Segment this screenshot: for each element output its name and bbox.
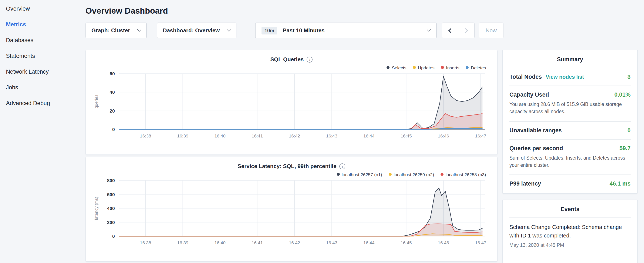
summary-row-label: Queries per second [510, 145, 563, 151]
svg-text:40: 40 [110, 90, 115, 95]
legend-dot-icon [440, 173, 444, 176]
legend-dot-icon [466, 66, 469, 69]
svg-text:16:39: 16:39 [177, 133, 188, 138]
legend-dot-icon [441, 66, 444, 69]
chevron-down-icon [427, 28, 431, 32]
view-nodes-link[interactable]: View nodes list [546, 74, 584, 80]
legend-item[interactable]: localhost:26257 (n1) [336, 171, 382, 177]
time-step-buttons [442, 23, 474, 38]
sidebar-item-overview[interactable]: Overview [6, 1, 79, 17]
now-button[interactable]: Now [479, 23, 504, 38]
legend-item[interactable]: Updates [413, 65, 434, 70]
svg-text:16:39: 16:39 [177, 240, 188, 245]
summary-row: P99 latency46.1 ms [510, 174, 630, 192]
series-line [119, 114, 482, 129]
chart-card-service-latency: Service Latency: SQL, 99th percentile i … [86, 157, 498, 262]
svg-text:16:43: 16:43 [326, 240, 338, 245]
svg-text:16:42: 16:42 [289, 240, 300, 245]
time-back-button[interactable] [442, 23, 458, 38]
dashboard-body: SQL Queries i SelectsUpdatesInsertsDelet… [86, 50, 638, 263]
legend-item[interactable]: localhost:26258 (n3) [440, 171, 486, 177]
svg-text:16:47: 16:47 [475, 133, 486, 138]
legend-item[interactable]: localhost:26259 (n2) [388, 171, 434, 177]
summary-row-value: 3 [628, 74, 630, 80]
sidebar-item-databases[interactable]: Databases [6, 32, 79, 48]
chart-title: SQL Queries [270, 56, 304, 63]
svg-text:latency (ms): latency (ms) [94, 197, 99, 220]
time-range-badge: 10m [262, 27, 277, 34]
summary-row-label: P99 latency [510, 180, 541, 187]
sidebar-item-statements[interactable]: Statements [6, 48, 79, 64]
legend-item[interactable]: Deletes [466, 65, 486, 70]
time-range-select[interactable]: 10m Past 10 Minutes [255, 23, 437, 38]
main-content: Overview Dashboard Graph: Cluster Dashbo… [79, 0, 644, 263]
summary-row-subtext: You are using 28.6 MiB of 515.9 GiB usab… [510, 101, 630, 116]
svg-text:0: 0 [112, 127, 115, 132]
legend-dot-icon [413, 66, 416, 69]
chart-header: Service Latency: SQL, 99th percentile i [86, 163, 497, 169]
svg-text:16:40: 16:40 [214, 240, 226, 245]
summary-card: Summary Total NodesView nodes list3Capac… [502, 50, 638, 194]
dashboard-dropdown[interactable]: Dashboard: Overview [157, 23, 236, 38]
event-timestamp: May 13, 2020 at 4:45 PM [510, 243, 630, 248]
sidebar-item-advanced-debug[interactable]: Advanced Debug [6, 95, 79, 111]
chart-card-sql-queries: SQL Queries i SelectsUpdatesInsertsDelet… [86, 50, 498, 155]
sidebar-item-metrics[interactable]: Metrics [6, 17, 79, 32]
svg-text:16:46: 16:46 [438, 133, 449, 138]
event-item[interactable]: Schema Change Completed: Schema change w… [510, 217, 630, 248]
summary-row-label: Total Nodes [510, 74, 542, 80]
svg-text:600: 600 [107, 192, 115, 197]
time-forward-button[interactable] [458, 23, 474, 38]
sidebar-item-jobs[interactable]: Jobs [6, 80, 79, 95]
legend-dot-icon [387, 66, 390, 69]
svg-text:60: 60 [110, 71, 115, 76]
svg-text:16:38: 16:38 [140, 240, 151, 245]
chevron-right-icon [463, 28, 468, 33]
legend-item[interactable]: Inserts [441, 65, 460, 70]
charts-column: SQL Queries i SelectsUpdatesInsertsDelet… [86, 50, 498, 263]
series-area [119, 224, 482, 236]
svg-text:16:44: 16:44 [363, 240, 374, 245]
svg-text:16:41: 16:41 [252, 133, 263, 138]
svg-text:16:40: 16:40 [214, 133, 226, 138]
chart-legend: localhost:26257 (n1)localhost:26259 (n2)… [86, 171, 486, 177]
events-card: Events Schema Change Completed: Schema c… [502, 200, 638, 263]
summary-row-subtext: Sum of Selects, Updates, Inserts, and De… [510, 154, 630, 169]
legend-item[interactable]: Selects [387, 65, 406, 70]
info-icon[interactable]: i [340, 163, 346, 169]
page-title: Overview Dashboard [86, 6, 638, 16]
graph-dropdown-label: Graph: Cluster [92, 27, 130, 34]
svg-text:queries: queries [94, 95, 99, 109]
summary-row-label: Capacity Used [510, 92, 549, 98]
summary-row-value: 0 [628, 127, 630, 133]
summary-row-value: 46.1 ms [610, 180, 630, 187]
time-range-label: Past 10 Minutes [283, 27, 325, 34]
svg-text:16:42: 16:42 [289, 133, 300, 138]
info-icon[interactable]: i [307, 56, 313, 62]
legend-dot-icon [336, 173, 340, 176]
svg-text:16:38: 16:38 [140, 133, 151, 138]
summary-row-label: Unavailable ranges [510, 127, 562, 133]
right-column: Summary Total NodesView nodes list3Capac… [502, 50, 638, 263]
chart-plot: 020040060080016:3816:3916:4016:4116:4216… [91, 178, 493, 248]
summary-rows: Total NodesView nodes list3Capacity Used… [510, 68, 630, 192]
svg-text:20: 20 [110, 108, 115, 114]
summary-title: Summary [510, 50, 630, 68]
summary-row: Unavailable ranges0 [510, 121, 630, 139]
chart-title: Service Latency: SQL, 99th percentile [238, 163, 336, 169]
chart-svg-slot: 020040060080016:3816:3916:4016:4116:4216… [91, 178, 497, 250]
svg-text:16:41: 16:41 [252, 240, 263, 245]
svg-text:16:46: 16:46 [438, 240, 449, 245]
svg-text:16:44: 16:44 [363, 133, 374, 138]
app-root: OverviewMetricsDatabasesStatementsNetwor… [0, 0, 644, 263]
chart-header: SQL Queries i [86, 56, 497, 63]
svg-text:200: 200 [107, 220, 115, 225]
chart-plot: 020406016:3816:3916:4016:4116:4216:4316:… [91, 71, 493, 142]
chart-svg-slot: 020406016:3816:3916:4016:4116:4216:4316:… [91, 71, 497, 143]
svg-text:0: 0 [112, 234, 115, 239]
sidebar-item-network-latency[interactable]: Network Latency [6, 64, 79, 80]
graph-dropdown[interactable]: Graph: Cluster [86, 23, 147, 38]
event-text: Schema Change Completed: Schema change w… [510, 223, 630, 240]
summary-row-value: 0.01% [614, 92, 630, 98]
series-line [119, 76, 482, 129]
